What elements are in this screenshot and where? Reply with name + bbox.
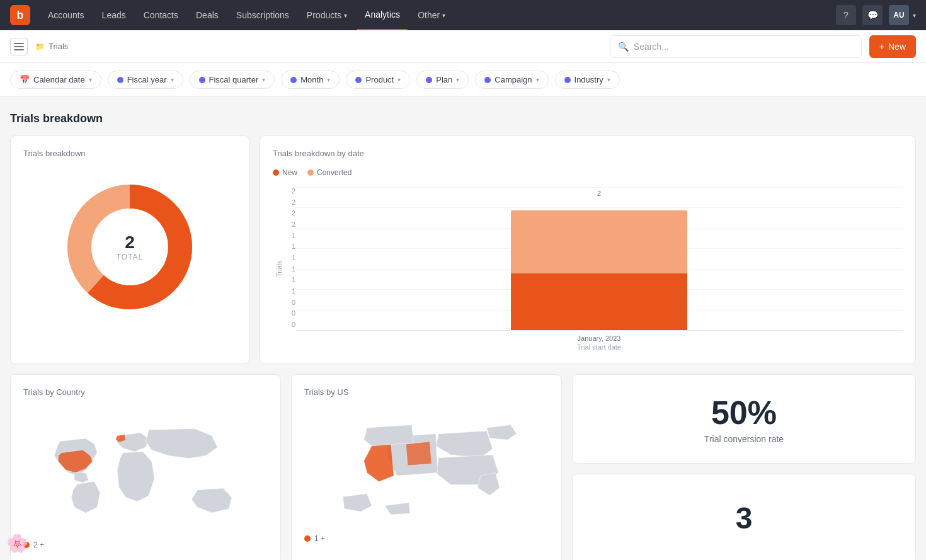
filter-fiscal-quarter[interactable]: Fiscal quarter ▾ [190, 71, 275, 89]
filter-month[interactable]: Month ▾ [281, 71, 340, 89]
us-map-card: Trials by US [291, 374, 562, 560]
world-map-legend: 2 + [33, 540, 44, 549]
user-avatar[interactable]: AU [889, 5, 909, 25]
y-axis: 2 2 2 2 1 1 1 1 1 1 0 0 0 [283, 187, 295, 351]
chat-button[interactable]: 💬 [862, 5, 883, 25]
avatar-arrow: ▾ [913, 12, 916, 19]
bar-stack [511, 210, 687, 330]
top-nav: b Accounts Leads Contacts Deals Subscrip… [0, 0, 926, 30]
nav-other[interactable]: Other ▾ [410, 0, 453, 30]
nav-leads[interactable]: Leads [94, 0, 134, 30]
conversion-rate-value: 50% [711, 394, 777, 431]
second-row: Trials by Country [10, 374, 916, 560]
product-dot [355, 77, 362, 83]
filter-calendar-date[interactable]: 📅 Calendar date ▾ [10, 71, 101, 89]
us-map-dot [304, 535, 311, 542]
folder-icon: 📁 [35, 42, 45, 51]
legend-new: New [273, 168, 297, 177]
filter-arrow-4: ▾ [397, 76, 401, 83]
filter-arrow-0: ▾ [89, 76, 92, 83]
nav-deals[interactable]: Deals [188, 0, 226, 30]
sidebar-toggle[interactable] [10, 38, 28, 55]
flower-decoration: 🌸 [6, 533, 28, 554]
filter-arrow-1: ▾ [171, 76, 174, 83]
donut-total-number: 2 [125, 232, 135, 253]
bar-value-label: 2 [597, 190, 601, 197]
filter-campaign[interactable]: Campaign ▾ [475, 71, 548, 89]
campaign-dot [484, 77, 491, 83]
x-axis: January, 2023 [295, 331, 903, 342]
nav-analytics[interactable]: Analytics [357, 0, 408, 30]
section-title: Trials breakdown [10, 112, 916, 125]
legend-converted: Converted [307, 168, 352, 177]
us-map-legend: 1 + [314, 534, 325, 543]
new-legend-dot [273, 169, 279, 176]
conversion-rate-label: Trial conversion rate [704, 434, 784, 444]
new-button[interactable]: + New [869, 35, 916, 58]
nav-accounts[interactable]: Accounts [40, 0, 92, 30]
plus-icon: + [879, 42, 884, 52]
search-placeholder: Search... [634, 42, 669, 52]
month-dot [290, 77, 297, 83]
donut-card: Trials breakdown 2 TOTAL [10, 135, 249, 364]
main-content: Trials breakdown Trials breakdown 2 [0, 97, 926, 560]
donut-center: 2 TOTAL [117, 232, 144, 261]
bottom-stat-card: 3 [572, 474, 916, 561]
world-map-footer: 2 + [23, 540, 268, 549]
filter-plan[interactable]: Plan ▾ [416, 71, 469, 89]
filter-arrow-2: ▾ [262, 76, 265, 83]
us-map-svg [304, 407, 537, 527]
bottom-stat-value: 3 [736, 501, 753, 535]
chart-area: 2 [295, 187, 903, 331]
products-arrow: ▾ [344, 12, 347, 19]
help-button[interactable]: ? [836, 5, 856, 25]
world-map-card: Trials by Country [10, 374, 281, 560]
nav-contacts[interactable]: Contacts [136, 0, 186, 30]
chart-body: 2 January, 2023 Trial start date [295, 187, 903, 351]
other-arrow: ▾ [442, 12, 445, 19]
filter-product[interactable]: Product ▾ [346, 71, 410, 89]
filter-fiscal-year[interactable]: Fiscal year ▾ [108, 71, 183, 89]
donut-total-label: TOTAL [117, 253, 144, 261]
us-map-footer: 1 + [304, 534, 549, 543]
calendar-icon: 📅 [20, 75, 30, 84]
filter-industry[interactable]: Industry ▾ [555, 71, 620, 89]
sub-header: 📁 Trials 🔍 Search... + New [0, 30, 926, 63]
fiscal-year-dot [117, 77, 123, 83]
filter-arrow-6: ▾ [536, 76, 539, 83]
svg-rect-0 [14, 43, 24, 44]
bar-converted [511, 210, 687, 273]
plan-dot [426, 77, 432, 83]
world-map-title: Trials by Country [23, 387, 268, 397]
industry-dot [564, 77, 571, 83]
filter-arrow-5: ▾ [456, 76, 459, 83]
world-map-svg [23, 407, 263, 533]
donut-chart: 2 TOTAL [23, 168, 236, 326]
bar-legend: New Converted [273, 168, 903, 177]
first-row: Trials breakdown 2 TOTAL [10, 135, 916, 364]
right-column: 50% Trial conversion rate 3 [572, 374, 916, 560]
nav-subscriptions[interactable]: Subscriptions [229, 0, 297, 30]
search-icon: 🔍 [618, 42, 629, 52]
search-box[interactable]: 🔍 Search... [610, 35, 862, 58]
svg-rect-2 [14, 49, 24, 50]
bar-card-title: Trials breakdown by date [273, 149, 903, 158]
us-map-title: Trials by US [304, 387, 549, 397]
y-axis-title: Trials [273, 187, 283, 351]
nav-products[interactable]: Products ▾ [299, 0, 355, 30]
donut-card-title: Trials breakdown [23, 149, 236, 158]
breadcrumb-text: Trials [49, 42, 68, 51]
filters-bar: 📅 Calendar date ▾ Fiscal year ▾ Fiscal q… [0, 63, 926, 97]
svg-rect-1 [14, 46, 24, 47]
filter-arrow-7: ▾ [607, 76, 610, 83]
bar-new [511, 273, 687, 330]
converted-legend-dot [307, 169, 314, 176]
filter-arrow-3: ▾ [327, 76, 330, 83]
x-axis-title: Trial start date [295, 343, 903, 351]
bar-card: Trials breakdown by date New Converted T… [260, 135, 916, 364]
fiscal-quarter-dot [199, 77, 205, 83]
x-axis-label: January, 2023 [578, 334, 621, 342]
conversion-rate-card: 50% Trial conversion rate [572, 374, 916, 464]
breadcrumb: 📁 Trials [35, 42, 68, 51]
logo: b [10, 5, 30, 25]
